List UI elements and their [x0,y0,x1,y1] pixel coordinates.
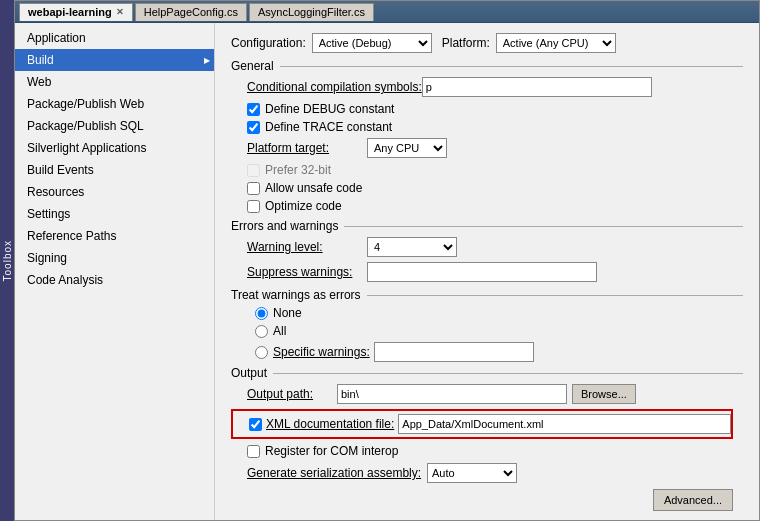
define-debug-row: Define DEBUG constant [231,102,743,116]
sidebar-item-web[interactable]: Web [15,71,214,93]
tab-helppageconfig-label: HelpPageConfig.cs [144,6,238,18]
specific-radio[interactable] [255,346,268,359]
sidebar-item-build[interactable]: Build [15,49,214,71]
xml-doc-label: XML documentation file: [266,417,394,431]
general-divider-line [280,66,743,67]
allow-unsafe-checkbox[interactable] [247,182,260,195]
tab-asynclogging[interactable]: AsyncLoggingFilter.cs [249,3,374,21]
com-interop-checkbox[interactable] [247,445,260,458]
sidebar-item-code-analysis[interactable]: Code Analysis [15,269,214,291]
tab-webapi[interactable]: webapi-learning ✕ [19,3,133,21]
optimize-checkbox[interactable] [247,200,260,213]
specific-warnings-row: Specific warnings: [231,342,743,362]
tab-webapi-close[interactable]: ✕ [116,7,124,17]
config-platform-row: Configuration: Active (Debug) Platform: … [231,33,743,53]
all-radio[interactable] [255,325,268,338]
general-section-divider: General [231,59,743,73]
output-divider-line [273,373,743,374]
sidebar-item-settings[interactable]: Settings [15,203,214,225]
define-debug-checkbox[interactable] [247,103,260,116]
browse-button[interactable]: Browse... [572,384,636,404]
errors-section-divider: Errors and warnings [231,219,743,233]
title-bar: webapi-learning ✕ HelpPageConfig.cs Asyn… [15,1,759,23]
suppress-warnings-row: Suppress warnings: [231,262,743,282]
configuration-label: Configuration: [231,36,306,50]
none-radio[interactable] [255,307,268,320]
specific-warnings-input[interactable] [374,342,534,362]
define-trace-checkbox[interactable] [247,121,260,134]
toolbox-label: Toolbox [2,240,13,281]
none-radio-row: None [231,306,743,320]
gen-serialization-row: Generate serialization assembly: Auto [231,463,743,483]
platform-label: Platform: [442,36,490,50]
output-section-title: Output [231,366,267,380]
sidebar-item-silverlight-apps[interactable]: Silverlight Applications [15,137,214,159]
sidebar-item-build-events[interactable]: Build Events [15,159,214,181]
output-path-input[interactable] [337,384,567,404]
configuration-select[interactable]: Active (Debug) [312,33,432,53]
sidebar-item-resources[interactable]: Resources [15,181,214,203]
warning-level-row: Warning level: 4 [231,237,743,257]
output-section-divider: Output [231,366,743,380]
gen-serialization-select[interactable]: Auto [427,463,517,483]
xml-doc-input[interactable] [398,414,731,434]
com-interop-label: Register for COM interop [265,444,398,458]
sidebar-item-package-publish-sql[interactable]: Package/Publish SQL [15,115,214,137]
suppress-warnings-label: Suppress warnings: [247,265,367,279]
tab-helppageconfig[interactable]: HelpPageConfig.cs [135,3,247,21]
allow-unsafe-label: Allow unsafe code [265,181,362,195]
treat-warnings-title: Treat warnings as errors [231,288,361,302]
sidebar-item-application[interactable]: Application [15,27,214,49]
com-interop-row: Register for COM interop [231,444,743,458]
sidebar-item-package-publish-web[interactable]: Package/Publish Web [15,93,214,115]
xml-doc-checkbox[interactable] [249,418,262,431]
output-path-label: Output path: [247,387,337,401]
define-trace-row: Define TRACE constant [231,120,743,134]
sidebar-item-reference-paths[interactable]: Reference Paths [15,225,214,247]
platform-target-label: Platform target: [247,141,367,155]
warning-level-label: Warning level: [247,240,367,254]
sidebar: Application Build Web Package/Publish We… [15,23,215,520]
prefer-32bit-label: Prefer 32-bit [265,163,331,177]
errors-section-title: Errors and warnings [231,219,338,233]
all-label: All [273,324,286,338]
define-debug-label: Define DEBUG constant [265,102,394,116]
toolbox-bar: Toolbox [0,0,14,521]
output-path-row: Output path: Browse... [231,384,743,404]
all-radio-row: All [231,324,743,338]
general-section-title: General [231,59,274,73]
define-trace-label: Define TRACE constant [265,120,392,134]
allow-unsafe-row: Allow unsafe code [231,181,743,195]
optimize-row: Optimize code [231,199,743,213]
prefer-32bit-checkbox[interactable] [247,164,260,177]
conditional-compilation-input[interactable] [422,77,652,97]
main-window: webapi-learning ✕ HelpPageConfig.cs Asyn… [14,0,760,521]
xml-doc-row: XML documentation file: [231,409,733,439]
conditional-compilation-row: Conditional compilation symbols: [231,77,743,97]
conditional-compilation-label: Conditional compilation symbols: [247,80,422,94]
none-label: None [273,306,302,320]
platform-target-select[interactable]: Any CPU [367,138,447,158]
advanced-button[interactable]: Advanced... [653,489,733,511]
optimize-label: Optimize code [265,199,342,213]
advanced-row: Advanced... [231,489,743,511]
tab-webapi-label: webapi-learning [28,6,112,18]
treat-warnings-divider: Treat warnings as errors [231,288,743,302]
prefer-32bit-row: Prefer 32-bit [231,163,743,177]
sidebar-item-signing[interactable]: Signing [15,247,214,269]
specific-warnings-label: Specific warnings: [273,345,370,359]
content-area: Application Build Web Package/Publish We… [15,23,759,520]
gen-serialization-label: Generate serialization assembly: [247,466,427,480]
warning-level-select[interactable]: 4 [367,237,457,257]
platform-select[interactable]: Active (Any CPU) [496,33,616,53]
treat-divider-line [367,295,743,296]
tab-asynclogging-label: AsyncLoggingFilter.cs [258,6,365,18]
platform-target-row: Platform target: Any CPU [231,138,743,158]
errors-divider-line [344,226,743,227]
main-panel: Configuration: Active (Debug) Platform: … [215,23,759,520]
suppress-warnings-input[interactable] [367,262,597,282]
